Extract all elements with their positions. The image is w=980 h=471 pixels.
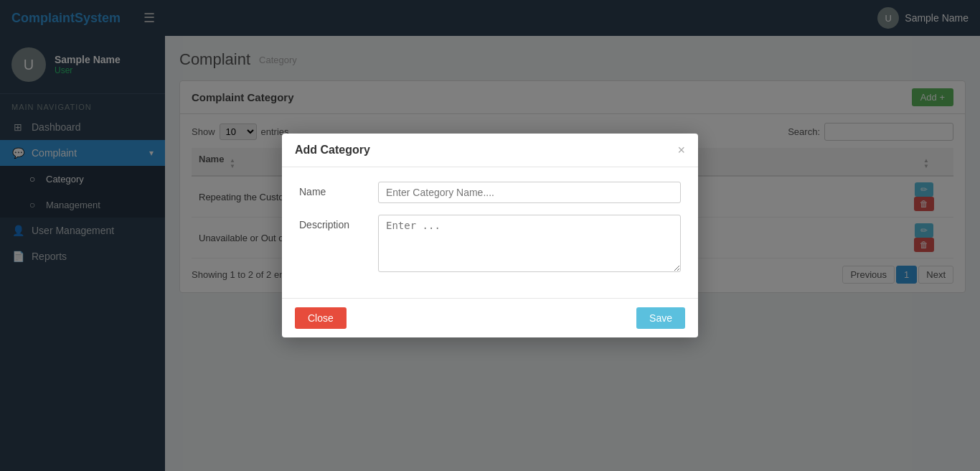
category-name-input[interactable] [378, 182, 681, 203]
modal-title: Add Category [295, 144, 370, 157]
description-label: Description [299, 215, 378, 230]
modal-overlay: Add Category × Name Description Close Sa… [0, 0, 980, 471]
modal-body: Name Description [282, 167, 698, 298]
save-button[interactable]: Save [636, 307, 685, 329]
add-category-modal: Add Category × Name Description Close Sa… [282, 134, 698, 337]
category-description-input[interactable] [378, 215, 681, 272]
close-modal-button[interactable]: Close [295, 307, 347, 329]
modal-header: Add Category × [282, 134, 698, 167]
name-label: Name [299, 182, 378, 197]
description-form-group: Description [299, 215, 681, 272]
modal-footer: Close Save [282, 298, 698, 337]
name-form-group: Name [299, 182, 681, 203]
modal-close-x-button[interactable]: × [677, 144, 685, 157]
